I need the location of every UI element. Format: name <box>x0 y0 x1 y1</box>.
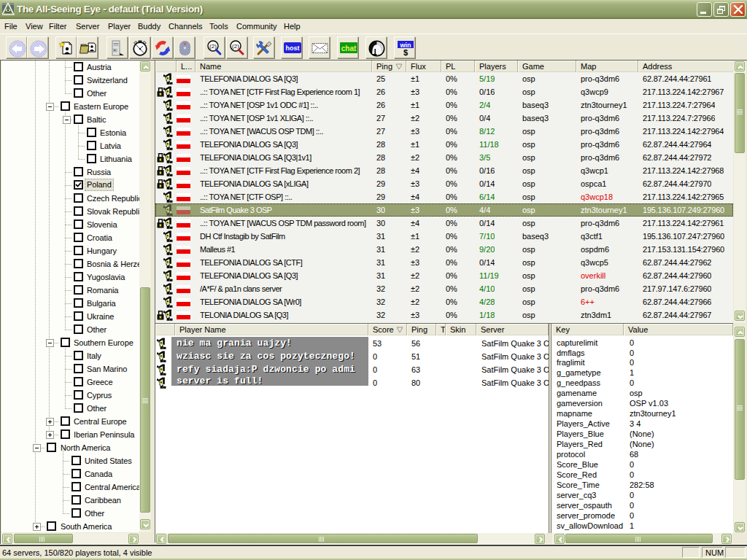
svg-text:host: host <box>286 44 300 52</box>
svg-text:win: win <box>400 42 411 49</box>
svg-text:$: $ <box>403 48 408 57</box>
svg-text:(2): (2) <box>209 43 217 50</box>
svg-text:chat: chat <box>341 44 357 52</box>
svg-text:(2): (2) <box>232 43 239 50</box>
